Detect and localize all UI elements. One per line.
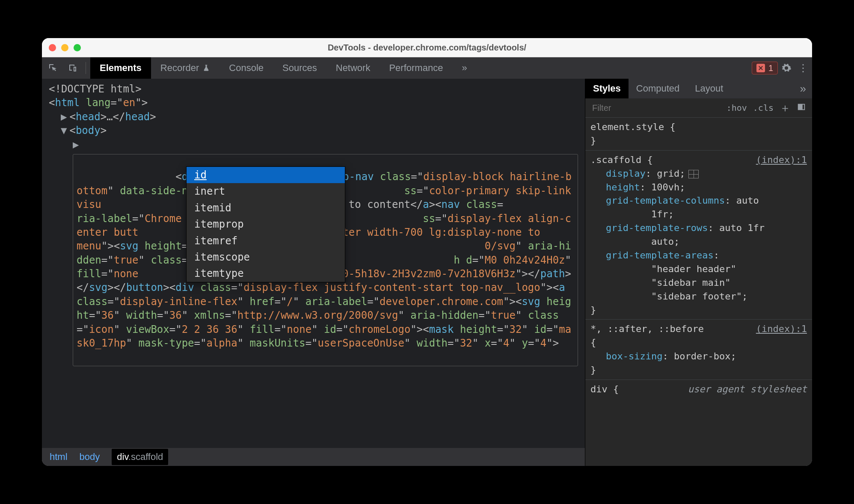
- settings-icon[interactable]: [778, 63, 795, 73]
- styles-tab-styles[interactable]: Styles: [585, 79, 629, 98]
- css-property[interactable]: grid-template-columns: auto 1fr;: [590, 194, 807, 221]
- styles-filter-input[interactable]: [591, 103, 721, 113]
- error-icon: [756, 64, 765, 72]
- styles-tabs-overflow[interactable]: »: [794, 82, 812, 95]
- devtools-toolbar: ElementsRecorderConsoleSourcesNetworkPer…: [42, 57, 812, 79]
- devtools-window: DevTools - developer.chrome.com/tags/dev…: [42, 38, 812, 466]
- expand-icon[interactable]: ▶: [73, 139, 79, 151]
- tab-recorder[interactable]: Recorder: [151, 57, 219, 79]
- tab-console[interactable]: Console: [219, 57, 273, 79]
- breadcrumb: htmlbody div.scaffold: [42, 448, 585, 466]
- styles-tab-computed[interactable]: Computed: [629, 79, 688, 98]
- element-style-rule[interactable]: element.style { }: [585, 118, 812, 151]
- cls-toggle[interactable]: .cls: [753, 103, 774, 113]
- elements-panel: <!DOCTYPE html> <html lang="en"> ▶<head>…: [42, 79, 585, 466]
- new-rule-button[interactable]: ＋: [780, 101, 791, 116]
- error-count: 1: [768, 63, 773, 73]
- doctype-line: <!DOCTYPE html>: [49, 83, 142, 95]
- css-property[interactable]: display: grid;: [590, 167, 807, 181]
- expand-icon[interactable]: ▶: [61, 111, 67, 123]
- tabs-overflow-button[interactable]: »: [452, 57, 476, 79]
- autocomplete-item[interactable]: inert: [187, 183, 345, 199]
- autocomplete-popup: idinertitemiditempropitemrefitemscopeite…: [186, 166, 345, 282]
- css-rule[interactable]: *, ::after, ::before {(index):1box-sizin…: [585, 320, 812, 380]
- breadcrumb-item[interactable]: body: [80, 451, 100, 462]
- breadcrumb-item[interactable]: html: [50, 451, 68, 462]
- collapse-icon[interactable]: ▼: [61, 125, 67, 136]
- inspect-icon[interactable]: [44, 59, 62, 77]
- window-title: DevTools - developer.chrome.com/tags/dev…: [42, 43, 812, 53]
- hov-toggle[interactable]: :hov: [726, 103, 747, 113]
- css-property[interactable]: height: 100vh;: [590, 181, 807, 194]
- toolbar-divider: [86, 62, 86, 74]
- rule-source-link[interactable]: (index):1: [756, 153, 807, 167]
- tab-performance[interactable]: Performance: [380, 57, 452, 79]
- flask-icon: [202, 64, 210, 72]
- css-property[interactable]: box-sizing: border-box;: [590, 350, 807, 363]
- rule-source-link[interactable]: (index):1: [756, 322, 807, 350]
- dom-tree[interactable]: <!DOCTYPE html> <html lang="en"> ▶<head>…: [42, 79, 585, 448]
- autocomplete-item[interactable]: itemref: [187, 233, 345, 249]
- grid-badge-icon[interactable]: [688, 170, 699, 178]
- styles-panel: StylesComputedLayout » :hov .cls ＋: [585, 79, 812, 466]
- css-property[interactable]: grid-template-areas: "header header" "si…: [590, 249, 807, 303]
- tab-elements[interactable]: Elements: [90, 57, 151, 79]
- error-badge[interactable]: 1: [752, 62, 778, 74]
- autocomplete-item[interactable]: itemprop: [187, 216, 345, 232]
- styles-filter-bar: :hov .cls ＋: [585, 98, 812, 118]
- ua-rule: div {user agent stylesheet: [585, 380, 812, 399]
- css-rule[interactable]: .scaffold {(index):1display: grid;height…: [585, 151, 812, 320]
- styles-tabs: StylesComputedLayout »: [585, 79, 812, 98]
- tab-sources[interactable]: Sources: [273, 57, 326, 79]
- sidebar-toggle-icon[interactable]: [797, 102, 806, 114]
- window-titlebar: DevTools - developer.chrome.com/tags/dev…: [42, 38, 812, 57]
- editing-node[interactable]: <div class="scaffold" i><top-nav class="…: [73, 154, 578, 366]
- autocomplete-item[interactable]: id: [187, 167, 345, 183]
- autocomplete-item[interactable]: itemscope: [187, 249, 345, 265]
- css-property[interactable]: grid-template-rows: auto 1fr auto;: [590, 221, 807, 249]
- device-toggle-icon[interactable]: [64, 59, 81, 77]
- autocomplete-item[interactable]: itemtype: [187, 265, 345, 282]
- tab-network[interactable]: Network: [326, 57, 380, 79]
- autocomplete-item[interactable]: itemid: [187, 200, 345, 216]
- more-menu-icon[interactable]: ⋮: [795, 62, 812, 74]
- breadcrumb-active[interactable]: div.scaffold: [112, 449, 168, 465]
- styles-tab-layout[interactable]: Layout: [687, 79, 731, 98]
